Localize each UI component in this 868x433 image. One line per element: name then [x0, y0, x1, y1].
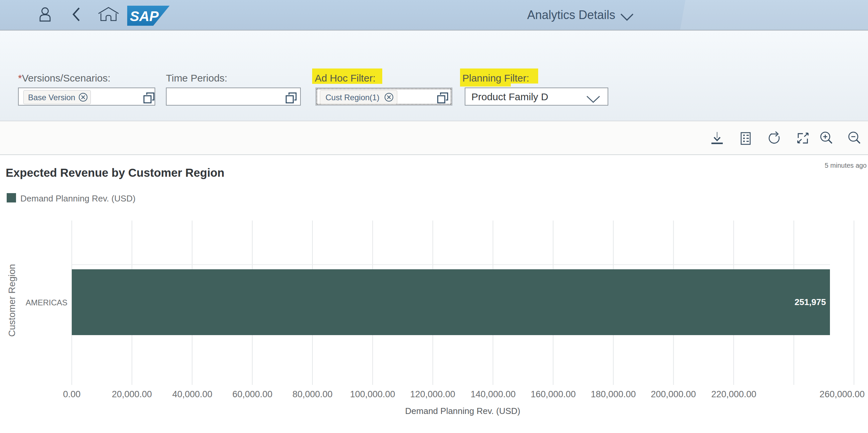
svg-text:AMERICAS: AMERICAS: [26, 298, 67, 307]
svg-text:40,000.00: 40,000.00: [172, 389, 212, 399]
svg-text:260,000.00: 260,000.00: [819, 389, 865, 399]
svg-text:Demand Planning Rev. (USD): Demand Planning Rev. (USD): [405, 406, 521, 416]
svg-text:80,000.00: 80,000.00: [292, 389, 333, 399]
svg-text:SAP: SAP: [130, 8, 159, 24]
svg-text:220,000.00: 220,000.00: [711, 389, 756, 399]
svg-text:60,000.00: 60,000.00: [232, 389, 272, 399]
svg-text:120,000.00: 120,000.00: [410, 389, 455, 399]
svg-text:160,000.00: 160,000.00: [530, 389, 576, 399]
svg-text:Customer Region: Customer Region: [7, 264, 17, 337]
svg-text:100,000.00: 100,000.00: [350, 389, 395, 399]
svg-text:200,000.00: 200,000.00: [651, 389, 696, 399]
svg-text:180,000.00: 180,000.00: [591, 389, 636, 399]
svg-text:20,000.00: 20,000.00: [112, 389, 152, 399]
svg-text:0.00: 0.00: [63, 389, 81, 399]
svg-text:251,975: 251,975: [795, 297, 826, 307]
svg-text:140,000.00: 140,000.00: [470, 389, 516, 399]
